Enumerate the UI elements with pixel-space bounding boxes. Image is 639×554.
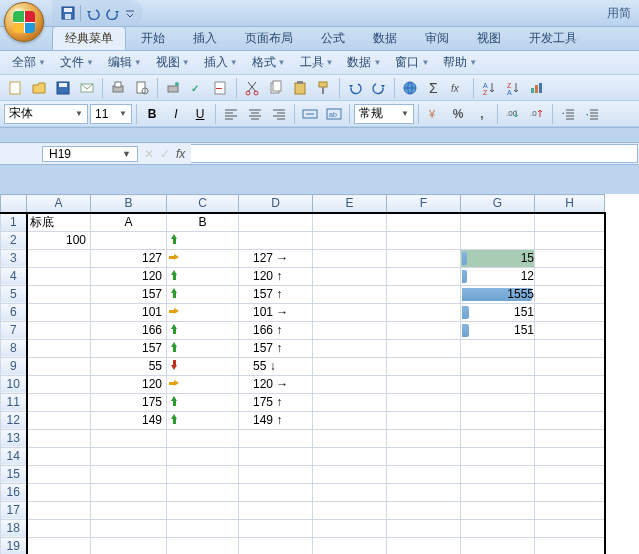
row-header[interactable]: 8 (1, 339, 27, 357)
currency-icon[interactable]: ¥ (423, 103, 445, 125)
cell[interactable] (461, 429, 535, 447)
col-header[interactable]: G (461, 195, 535, 213)
cell[interactable] (313, 339, 387, 357)
cell[interactable]: 175 ↑ (239, 393, 313, 411)
row-header[interactable]: 9 (1, 357, 27, 375)
cell[interactable] (27, 537, 91, 554)
cell[interactable] (313, 357, 387, 375)
cell[interactable]: 157 (91, 285, 167, 303)
row-header[interactable]: 1 (1, 213, 27, 232)
cell[interactable]: 149 ↑ (239, 411, 313, 429)
cell[interactable] (313, 375, 387, 393)
cell[interactable] (239, 213, 313, 232)
cell[interactable]: 55 ↓ (239, 357, 313, 375)
cell[interactable]: 15 (461, 249, 535, 267)
row-header[interactable]: 19 (1, 537, 27, 554)
cell[interactable]: 127 (91, 249, 167, 267)
cell[interactable] (387, 537, 461, 554)
cell[interactable] (91, 483, 167, 501)
cell[interactable] (387, 213, 461, 232)
cell[interactable] (535, 393, 605, 411)
menu-format[interactable]: 格式▼ (246, 52, 292, 73)
cell[interactable] (461, 393, 535, 411)
cell[interactable] (535, 519, 605, 537)
qat-dropdown-icon[interactable] (125, 5, 135, 21)
row-header[interactable]: 13 (1, 429, 27, 447)
cell[interactable] (535, 357, 605, 375)
cell[interactable] (461, 465, 535, 483)
autosum-icon[interactable]: Σ (423, 77, 445, 99)
cell[interactable] (387, 249, 461, 267)
number-format-combo[interactable]: 常规 ▼ (354, 104, 414, 124)
cell[interactable] (239, 231, 313, 249)
row-header[interactable]: 6 (1, 303, 27, 321)
cell[interactable] (461, 519, 535, 537)
decrease-decimal-icon[interactable]: .0 (526, 103, 548, 125)
cell[interactable] (91, 231, 167, 249)
row-header[interactable]: 17 (1, 501, 27, 519)
cell[interactable] (387, 267, 461, 285)
print-preview-icon[interactable] (131, 77, 153, 99)
cell[interactable] (313, 285, 387, 303)
cell[interactable] (387, 519, 461, 537)
menu-edit[interactable]: 编辑▼ (102, 52, 148, 73)
print-icon[interactable] (107, 77, 129, 99)
cell[interactable] (535, 483, 605, 501)
cell[interactable]: 175 (91, 393, 167, 411)
cell[interactable] (27, 465, 91, 483)
cell[interactable]: 101 → (239, 303, 313, 321)
cell[interactable] (313, 447, 387, 465)
fx-icon[interactable]: fx (176, 147, 185, 161)
cell[interactable]: 151 (461, 321, 535, 339)
cell[interactable] (535, 537, 605, 554)
cell[interactable] (387, 429, 461, 447)
row-header[interactable]: 15 (1, 465, 27, 483)
cell[interactable] (167, 501, 239, 519)
cell[interactable] (461, 447, 535, 465)
row-header[interactable]: 4 (1, 267, 27, 285)
menu-view[interactable]: 视图▼ (150, 52, 196, 73)
cell[interactable] (167, 483, 239, 501)
row-header[interactable]: 5 (1, 285, 27, 303)
cell[interactable] (27, 339, 91, 357)
cell[interactable] (313, 249, 387, 267)
cell[interactable]: 120 (91, 267, 167, 285)
cell[interactable] (313, 321, 387, 339)
hyperlink-icon[interactable] (399, 77, 421, 99)
comma-icon[interactable]: , (471, 103, 493, 125)
row-header[interactable]: 12 (1, 411, 27, 429)
cell[interactable] (387, 375, 461, 393)
research-icon[interactable] (210, 77, 232, 99)
chart-icon[interactable] (526, 77, 548, 99)
cell[interactable] (313, 303, 387, 321)
cell[interactable] (387, 393, 461, 411)
col-header[interactable]: C (167, 195, 239, 213)
cell[interactable] (313, 393, 387, 411)
cell[interactable] (313, 213, 387, 232)
office-button[interactable] (4, 2, 44, 42)
cell[interactable]: 166 ↑ (239, 321, 313, 339)
cell[interactable] (387, 231, 461, 249)
cell[interactable] (167, 339, 239, 357)
cell[interactable]: 157 ↑ (239, 339, 313, 357)
cell[interactable] (535, 429, 605, 447)
tab-review[interactable]: 审阅 (412, 26, 462, 50)
cell[interactable] (239, 429, 313, 447)
cell[interactable] (167, 429, 239, 447)
sort-asc-icon[interactable]: AZ (478, 77, 500, 99)
cell[interactable] (461, 483, 535, 501)
cell[interactable] (167, 465, 239, 483)
sort-desc-icon[interactable]: ZA (502, 77, 524, 99)
cell[interactable] (461, 339, 535, 357)
col-header[interactable]: E (313, 195, 387, 213)
col-header[interactable]: F (387, 195, 461, 213)
cell[interactable] (27, 267, 91, 285)
cell[interactable]: 157 (91, 339, 167, 357)
cell[interactable] (27, 357, 91, 375)
increase-decimal-icon[interactable]: .00 (502, 103, 524, 125)
cell[interactable] (461, 213, 535, 232)
cell[interactable] (387, 339, 461, 357)
cell[interactable] (535, 231, 605, 249)
open-icon[interactable] (28, 77, 50, 99)
tab-view[interactable]: 视图 (464, 26, 514, 50)
